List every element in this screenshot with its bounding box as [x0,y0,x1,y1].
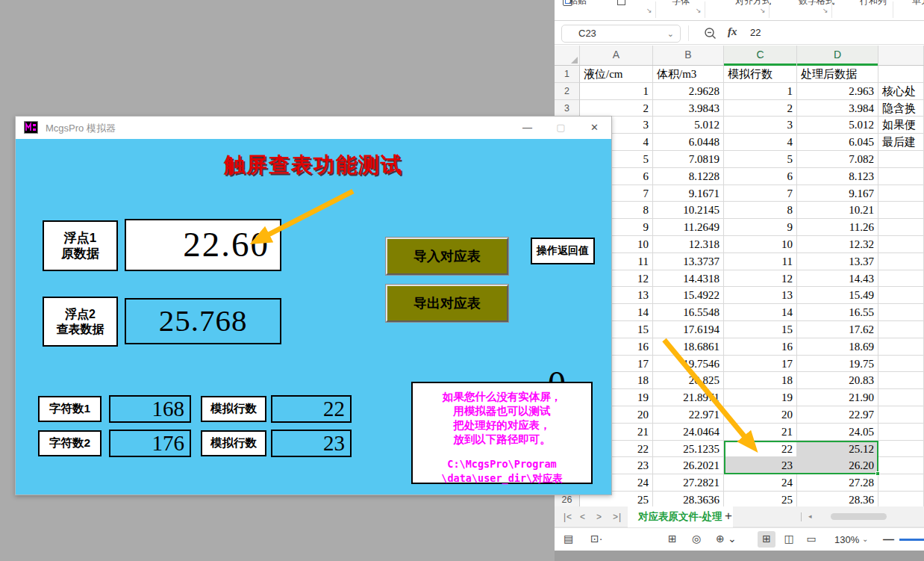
cell-D19[interactable]: 20.83 [797,372,878,389]
cell-D26[interactable]: 28.36 [797,492,878,506]
cell-B14[interactable]: 15.4922 [653,287,724,304]
cell-D4[interactable]: 5.012 [797,117,878,134]
cell-B13[interactable]: 14.4318 [653,270,724,288]
cell-C22[interactable]: 21 [724,424,797,441]
normal-view-button[interactable]: ⊞ [758,531,775,548]
cell-B25[interactable]: 27.2821 [653,474,724,492]
cell-E18[interactable] [878,356,924,373]
cell-D12[interactable]: 13.37 [797,253,878,270]
page-layout-button[interactable]: ◫ [780,531,798,548]
cell-B21[interactable]: 22.971 [653,406,724,424]
cell-D18[interactable]: 19.75 [797,356,878,373]
close-button[interactable]: ✕ [578,117,611,139]
cell-E1[interactable] [878,66,924,83]
cell-E20[interactable] [878,389,924,406]
cell-B8[interactable]: 9.1671 [653,185,724,202]
cell-D1[interactable]: 处理后数据 [797,66,878,83]
outline-icon[interactable]: ⊡· [590,533,602,545]
cell-D20[interactable]: 21.90 [797,389,878,406]
cell-C13[interactable]: 12 [724,270,797,288]
cell-B19[interactable]: 20.825 [653,372,724,389]
cell-E6[interactable] [878,151,924,168]
cell-D6[interactable]: 7.082 [797,151,878,168]
cell-E21[interactable] [878,406,924,424]
cell-B4[interactable]: 5.012 [653,117,724,134]
row-header-1[interactable]: 1 [555,66,580,83]
cell-C4[interactable]: 3 [724,117,797,134]
cell-C2[interactable]: 1 [724,83,797,100]
cell-E13[interactable] [878,270,924,288]
reading-view-icon[interactable]: ◎ [692,533,701,545]
cell-E24[interactable] [878,457,924,474]
cell-D11[interactable]: 12.32 [797,236,878,253]
cell-B5[interactable]: 6.0448 [653,134,724,151]
cell-E22[interactable] [878,424,924,441]
cell-B2[interactable]: 2.9628 [653,83,724,100]
cell-C5[interactable]: 4 [724,134,797,151]
cell-B1[interactable]: 体积/m3 [653,66,724,83]
column-header-D[interactable]: D [797,46,878,65]
cell-E14[interactable] [878,287,924,304]
zoom-slider[interactable] [899,539,924,541]
cell-D2[interactable]: 2.963 [797,83,878,100]
cell-B10[interactable]: 11.2649 [653,219,724,236]
cell-C25[interactable]: 24 [724,474,797,492]
move-anchor-icon[interactable]: ⊕ [716,533,725,545]
dialog-launcher-icon[interactable]: ↘ [696,7,702,14]
next-sheet-icon[interactable]: > [596,512,602,522]
dialog-launcher-icon[interactable]: ↘ [760,7,766,14]
prev-sheet-icon[interactable]: < [580,512,586,522]
horizontal-scrollbar[interactable] [831,513,887,520]
cell-B23[interactable]: 25.1235 [653,441,724,458]
column-header-A[interactable]: A [580,46,653,65]
zoom-minus-button[interactable]: — [883,533,894,545]
column-header-C[interactable]: C [724,46,797,65]
cell-E11[interactable] [878,236,924,253]
zoom-out-icon[interactable] [704,27,717,40]
cell-C18[interactable]: 17 [724,356,797,373]
mcgs-title-bar[interactable]: McgsPro 模拟器 — ▢ ✕ [16,117,611,139]
add-sheet-button[interactable]: + [725,509,732,524]
cell-B16[interactable]: 17.6194 [653,321,724,338]
macro-icon[interactable]: ▤ [564,533,573,545]
cell-D8[interactable]: 9.167 [797,185,878,202]
cell-D14[interactable]: 15.49 [797,287,878,304]
cell-E2[interactable]: 核心处 [878,83,924,100]
row-header-2[interactable]: 2 [555,83,580,100]
cell-C14[interactable]: 13 [724,287,797,304]
cell-D24[interactable]: 26.20 [797,457,878,474]
cell-E5[interactable]: 最后建 [878,134,924,151]
cell-C9[interactable]: 8 [724,202,797,219]
cell-D15[interactable]: 16.55 [797,304,878,321]
cell-C12[interactable]: 11 [724,253,797,270]
cell-D7[interactable]: 8.123 [797,168,878,185]
cell-E9[interactable] [878,202,924,219]
cell-E8[interactable] [878,185,924,202]
chevron-down-icon[interactable]: ⌄ [728,533,737,545]
formula-value[interactable]: 22 [750,27,761,38]
cell-E4[interactable]: 如果便 [878,117,924,134]
cell-A1[interactable]: 液位/cm [580,66,653,83]
cell-E17[interactable] [878,338,924,356]
cell-B11[interactable]: 12.318 [653,236,724,253]
cell-E3[interactable]: 隐含换 [878,100,924,117]
cell-D16[interactable]: 17.62 [797,321,878,338]
cell-E10[interactable] [878,219,924,236]
column-header-E[interactable] [878,46,924,65]
name-box[interactable]: C23 ⌄ [561,25,681,43]
last-sheet-icon[interactable]: >| [613,512,622,522]
cell-D9[interactable]: 10.21 [797,202,878,219]
cell-B26[interactable]: 28.3636 [653,492,724,506]
column-header-B[interactable]: B [653,46,724,65]
cell-B24[interactable]: 26.2021 [653,457,724,474]
cell-D22[interactable]: 24.05 [797,424,878,441]
cell-D25[interactable]: 27.28 [797,474,878,492]
cell-C16[interactable]: 15 [724,321,797,338]
cell-A2[interactable]: 1 [580,83,653,100]
cell-E12[interactable] [878,253,924,270]
cell-A3[interactable]: 2 [580,100,653,117]
zoom-level[interactable]: 130% [834,534,859,545]
cell-E15[interactable] [878,304,924,321]
cell-E16[interactable] [878,321,924,338]
cell-B18[interactable]: 19.7546 [653,356,724,373]
